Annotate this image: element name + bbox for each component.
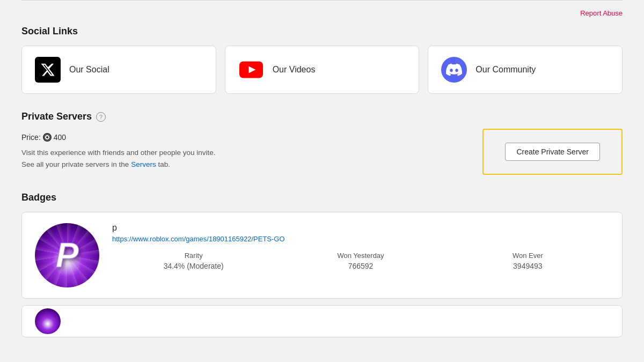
badge-image-small [35,308,61,334]
report-abuse-link[interactable]: Report Abuse [580,9,623,17]
badge-card-partial [21,305,623,337]
badge-stats-0: Rarity 34.4% (Moderate) Won Yesterday 76… [112,252,609,270]
youtube-icon [238,57,264,83]
private-servers-section: Private Servers ? Price: 400 Visit this … [21,111,623,175]
robux-icon [43,133,52,142]
social-card-discord[interactable]: Our Community [428,46,623,94]
x-icon [35,57,61,83]
create-server-box: Create Private Server [482,129,623,175]
won-ever-label: Won Ever [447,252,609,260]
badge-name-0: p [112,223,609,233]
help-icon[interactable]: ? [96,112,106,122]
create-private-server-button[interactable]: Create Private Server [505,143,600,161]
social-card-x[interactable]: Our Social [21,46,216,94]
badge-image-0: P [35,223,99,287]
price-value: 400 [54,133,66,142]
badge-details-0: p https://www.roblox.com/games/189011659… [112,223,609,270]
won-ever-value: 3949493 [447,262,609,270]
won-yesterday-stat: Won Yesterday 766592 [279,252,442,270]
discord-icon [441,57,467,83]
top-divider [21,0,623,1]
badge-letter: P [56,235,79,275]
badge-url-0[interactable]: https://www.roblox.com/games/18901165922… [112,235,609,243]
badges-section: Badges P p https://www.roblox.com/games/… [21,192,623,337]
description-line2-start: See all your private servers in the [21,160,129,168]
price-row: Price: 400 [21,133,215,142]
svg-point-3 [46,136,48,138]
social-links-grid: Our Social Our Videos Our Community [21,46,623,94]
won-yesterday-label: Won Yesterday [279,252,442,260]
x-label: Our Social [69,65,109,75]
social-card-youtube[interactable]: Our Videos [225,46,420,94]
price-label: Price: [21,133,41,142]
description-line1: Visit this experience with friends and o… [21,147,215,159]
youtube-label: Our Videos [273,65,316,75]
won-yesterday-value: 766592 [279,262,442,270]
description-line2: See all your private servers in the Serv… [21,159,215,171]
social-links-title: Social Links [21,26,623,37]
description: Visit this experience with friends and o… [21,147,215,170]
badge-card-0: P p https://www.roblox.com/games/1890116… [21,212,623,299]
rarity-value: 34.4% (Moderate) [112,262,275,270]
discord-label: Our Community [475,65,536,75]
won-ever-stat: Won Ever 3949493 [447,252,609,270]
private-servers-info: Price: 400 Visit this experience with fr… [21,133,215,170]
private-servers-title: Private Servers [21,111,92,122]
social-links-section: Social Links Our Social Our Videos [21,26,623,94]
description-line2-end: tab. [158,160,170,168]
rarity-label: Rarity [112,252,275,260]
servers-tab-link[interactable]: Servers [131,160,156,168]
rarity-stat: Rarity 34.4% (Moderate) [112,252,275,270]
badges-title: Badges [21,192,623,203]
